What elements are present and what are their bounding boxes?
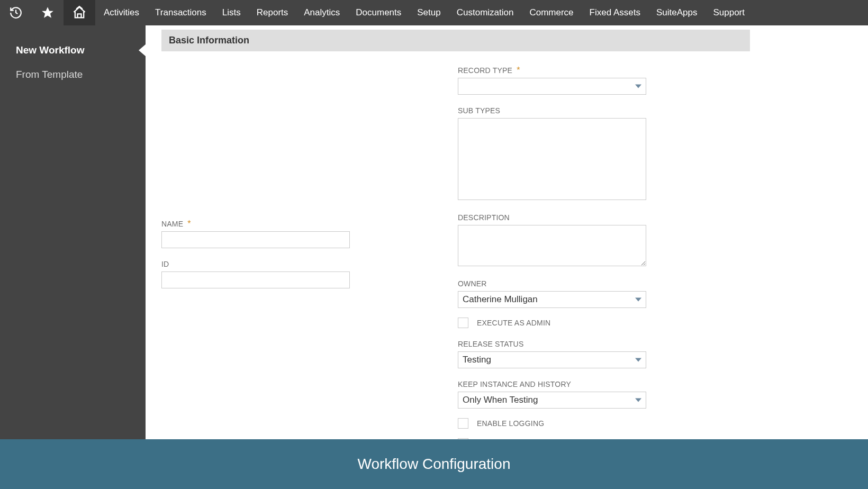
top-nav-menu: Activities Transactions Lists Reports An… bbox=[95, 0, 745, 25]
owner-value: Catherine Mulligan bbox=[463, 294, 538, 305]
form-col-right: RECORD TYPE * SUB TYPES DESCRIPTION OWNE… bbox=[458, 66, 750, 439]
owner-label: OWNER bbox=[458, 279, 750, 288]
enable-logging-label: ENABLE LOGGING bbox=[477, 419, 544, 428]
field-record-type: RECORD TYPE * bbox=[458, 66, 750, 95]
chevron-down-icon bbox=[635, 399, 641, 402]
sub-types-label: SUB TYPES bbox=[458, 106, 750, 115]
footer-bar: Workflow Configuration bbox=[0, 439, 868, 489]
field-name: NAME * bbox=[161, 220, 458, 248]
nav-transactions[interactable]: Transactions bbox=[155, 7, 206, 18]
keep-instance-value: Only When Testing bbox=[463, 395, 538, 405]
nav-reports[interactable]: Reports bbox=[257, 7, 288, 18]
keep-instance-label: KEEP INSTANCE AND HISTORY bbox=[458, 380, 750, 388]
chevron-down-icon bbox=[635, 298, 641, 302]
sub-types-input[interactable] bbox=[458, 118, 646, 200]
nav-setup[interactable]: Setup bbox=[417, 7, 440, 18]
main-content: Basic Information NAME * ID RECORD TYPE bbox=[146, 25, 868, 439]
sidebar-item-from-template[interactable]: From Template bbox=[0, 62, 146, 87]
name-input[interactable] bbox=[161, 231, 350, 248]
record-type-select[interactable] bbox=[458, 78, 646, 95]
required-star-icon: * bbox=[517, 66, 520, 75]
enable-logging-checkbox[interactable] bbox=[458, 418, 468, 429]
sidebar: New Workflow From Template bbox=[0, 25, 146, 489]
field-enable-logging: ENABLE LOGGING bbox=[458, 418, 750, 429]
star-icon[interactable] bbox=[32, 0, 64, 25]
record-type-label: RECORD TYPE * bbox=[458, 66, 750, 75]
field-sub-types: SUB TYPES bbox=[458, 106, 750, 202]
sidebar-item-new-workflow[interactable]: New Workflow bbox=[0, 38, 146, 62]
sidebar-item-label: From Template bbox=[16, 69, 83, 80]
top-nav: Activities Transactions Lists Reports An… bbox=[0, 0, 868, 25]
sidebar-item-label: New Workflow bbox=[16, 44, 85, 56]
description-label: DESCRIPTION bbox=[458, 213, 750, 222]
record-type-label-text: RECORD TYPE bbox=[458, 66, 512, 75]
required-star-icon: * bbox=[187, 219, 191, 228]
nav-commerce[interactable]: Commerce bbox=[529, 7, 573, 18]
nav-analytics[interactable]: Analytics bbox=[304, 7, 340, 18]
footer-title: Workflow Configuration bbox=[358, 456, 511, 473]
nav-lists[interactable]: Lists bbox=[222, 7, 241, 18]
field-description: DESCRIPTION bbox=[458, 213, 750, 268]
owner-select[interactable]: Catherine Mulligan bbox=[458, 291, 646, 308]
form-grid: NAME * ID RECORD TYPE * bbox=[161, 66, 750, 439]
home-icon[interactable] bbox=[64, 0, 95, 25]
section-header-basic-info: Basic Information bbox=[161, 30, 750, 51]
field-execute-as-admin: EXECUTE AS ADMIN bbox=[458, 318, 750, 328]
execute-as-admin-label: EXECUTE AS ADMIN bbox=[477, 319, 550, 327]
field-owner: OWNER Catherine Mulligan bbox=[458, 279, 750, 308]
name-label-text: NAME bbox=[161, 220, 183, 228]
field-keep-instance: KEEP INSTANCE AND HISTORY Only When Test… bbox=[458, 380, 750, 409]
svg-marker-0 bbox=[42, 7, 53, 18]
id-label: ID bbox=[161, 260, 458, 268]
name-label: NAME * bbox=[161, 220, 458, 228]
nav-activities[interactable]: Activities bbox=[104, 7, 139, 18]
top-nav-icons bbox=[0, 0, 95, 25]
release-status-select[interactable]: Testing bbox=[458, 351, 646, 368]
execute-as-admin-checkbox[interactable] bbox=[458, 318, 468, 328]
nav-suiteapps[interactable]: SuiteApps bbox=[656, 7, 698, 18]
description-input[interactable] bbox=[458, 225, 646, 266]
chevron-down-icon bbox=[635, 358, 641, 362]
field-id: ID bbox=[161, 260, 458, 288]
release-status-label: RELEASE STATUS bbox=[458, 340, 750, 348]
nav-support[interactable]: Support bbox=[713, 7, 745, 18]
nav-customization[interactable]: Customization bbox=[457, 7, 514, 18]
keep-instance-select[interactable]: Only When Testing bbox=[458, 392, 646, 409]
field-release-status: RELEASE STATUS Testing bbox=[458, 340, 750, 368]
release-status-value: Testing bbox=[463, 355, 491, 365]
nav-documents[interactable]: Documents bbox=[356, 7, 401, 18]
nav-fixed-assets[interactable]: Fixed Assets bbox=[590, 7, 640, 18]
form-col-left: NAME * ID bbox=[161, 66, 458, 439]
recent-icon[interactable] bbox=[0, 0, 32, 25]
id-input[interactable] bbox=[161, 271, 350, 288]
chevron-down-icon bbox=[635, 85, 641, 88]
